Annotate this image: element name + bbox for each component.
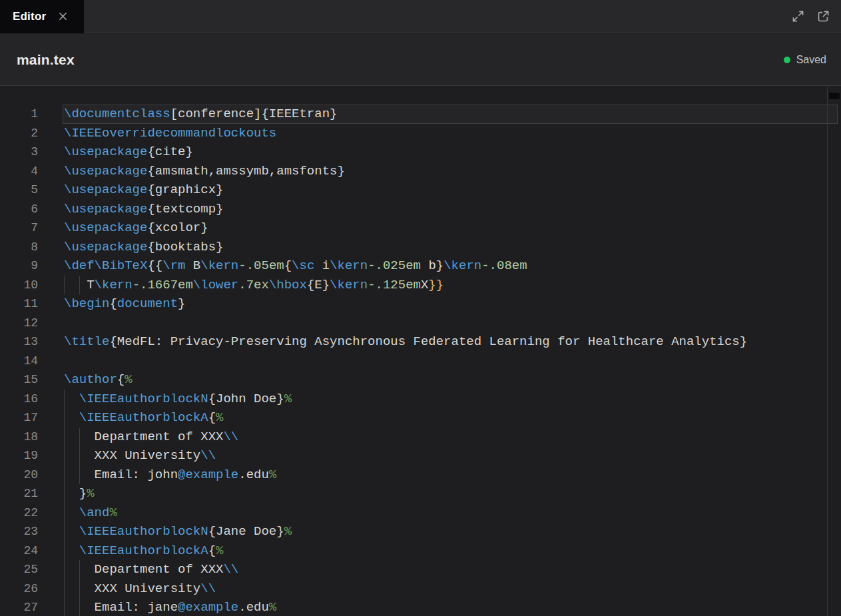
code-editor[interactable]: 1\documentclass[conference]{IEEEtran}2\I…: [0, 87, 841, 616]
code-token: \lower: [193, 278, 238, 292]
line-number: 17: [0, 408, 38, 428]
code-line[interactable]: 18 Department of XXX\\: [0, 428, 841, 447]
code-token: \author: [64, 372, 117, 387]
code-line[interactable]: 6\usepackage{textcomp}: [0, 200, 841, 219]
line-content: \title{MedFL: Privacy-Preserving Asynchr…: [64, 332, 747, 352]
indent-guide: [64, 408, 65, 428]
code-line[interactable]: 1\documentclass[conference]{IEEEtran}: [0, 105, 841, 124]
line-content: Department of XXX\\: [64, 428, 238, 447]
indent-guide: [64, 503, 65, 523]
code-token: {cite}: [147, 145, 192, 159]
line-number: 12: [0, 314, 38, 333]
code-token: {graphicx}: [147, 182, 223, 197]
code-token: \and: [79, 505, 110, 520]
code-line[interactable]: 7\usepackage{xcolor}: [0, 218, 841, 238]
code-token: {amsmath,amssymb,amsfonts}: [147, 164, 344, 178]
line-content: \author{%: [64, 370, 133, 390]
code-token: \kern: [330, 278, 368, 292]
code-token: B: [185, 258, 200, 273]
tab-editor[interactable]: Editor: [0, 0, 84, 33]
code-line[interactable]: 17 \IEEEauthorblockA{%: [0, 408, 841, 428]
code-token: .edu: [238, 467, 269, 482]
code-line[interactable]: 21 }%: [0, 484, 841, 503]
expand-icon[interactable]: [790, 9, 805, 24]
code-line[interactable]: 19 XXX University\\: [0, 446, 841, 465]
code-token: .7ex: [238, 278, 269, 292]
line-number: 16: [0, 390, 38, 409]
file-header: main.tex Saved: [0, 34, 841, 86]
code-token: \kern: [330, 258, 368, 273]
code-token: }: [64, 486, 87, 501]
code-line[interactable]: 20 Email: john@example.edu%: [0, 465, 841, 485]
code-line[interactable]: 16 \IEEEauthorblockN{John Doe}%: [0, 390, 841, 409]
code-token: [64, 543, 79, 558]
indent-guide: [79, 465, 80, 485]
code-token: \hbox: [269, 278, 307, 292]
code-token: {xcolor}: [147, 220, 208, 235]
code-token: -.125em: [368, 278, 421, 292]
open-external-icon[interactable]: [816, 9, 830, 24]
indent-guide: [64, 465, 65, 485]
code-token: %: [109, 505, 117, 520]
code-token: \documentclass: [64, 107, 170, 121]
code-token: \rm: [162, 258, 185, 273]
code-line[interactable]: 9\def\BibTeX{{\rm B\kern-.05em{\sc i\ker…: [0, 256, 841, 276]
code-token: {: [208, 410, 216, 425]
editor-window: { "window": { "tab": { "label": "Editor"…: [0, 0, 841, 616]
line-number: 10: [0, 276, 38, 295]
code-line[interactable]: 24 \IEEEauthorblockA{%: [0, 541, 841, 561]
line-number: 14: [0, 352, 38, 371]
code-token: %: [284, 524, 292, 539]
code-token: \IEEEauthorblockN: [79, 392, 208, 406]
code-line[interactable]: 26 XXX University\\: [0, 579, 841, 599]
line-content: \usepackage{booktabs}: [64, 238, 223, 257]
code-line[interactable]: 27 Email: jane@example.edu%: [0, 598, 841, 616]
line-number: 3: [0, 143, 38, 162]
indent-guide: [64, 428, 65, 447]
scrollbar-thumb[interactable]: [829, 93, 840, 99]
code-line[interactable]: 8\usepackage{booktabs}: [0, 238, 841, 257]
code-token: \usepackage: [64, 164, 147, 178]
code-line[interactable]: 11\begin{document}: [0, 294, 841, 314]
code-line[interactable]: 15\author{%: [0, 370, 841, 390]
code-line[interactable]: 4\usepackage{amsmath,amssymb,amsfonts}: [0, 162, 841, 181]
line-number: 20: [0, 465, 38, 485]
line-content: Email: jane@example.edu%: [64, 598, 276, 616]
scrollbar-track[interactable]: [827, 87, 841, 616]
code-token: {: [284, 258, 292, 273]
code-token: {John Doe}: [208, 392, 284, 406]
indent-guide: [79, 598, 80, 616]
code-line[interactable]: 10 T\kern-.1667em\lower.7ex\hbox{E}\kern…: [0, 276, 841, 295]
code-token: -.05em: [238, 258, 284, 273]
code-line[interactable]: 25 Department of XXX\\: [0, 560, 841, 579]
line-number: 4: [0, 162, 38, 181]
line-content: \usepackage{xcolor}: [64, 218, 208, 238]
saved-dot-icon: [784, 57, 790, 63]
code-token: @example: [178, 600, 238, 615]
code-lines: 1\documentclass[conference]{IEEEtran}2\I…: [0, 105, 841, 616]
line-content: XXX University\\: [64, 446, 216, 465]
code-token: }: [178, 296, 185, 311]
line-number: 7: [0, 218, 38, 238]
code-token: \IEEEauthorblockA: [79, 543, 208, 558]
code-token: \\: [200, 448, 216, 463]
code-token: {: [109, 296, 117, 311]
line-content: \usepackage{graphicx}: [64, 180, 223, 200]
code-line[interactable]: 22 \and%: [0, 503, 841, 523]
line-number: 24: [0, 541, 38, 561]
code-line[interactable]: 2\IEEEoverridecommandlockouts: [0, 124, 841, 143]
code-line[interactable]: 3\usepackage{cite}: [0, 143, 841, 162]
code-line[interactable]: 5\usepackage{graphicx}: [0, 180, 841, 200]
code-line[interactable]: 14: [0, 352, 841, 371]
code-line[interactable]: 13\title{MedFL: Privacy-Preserving Async…: [0, 332, 841, 352]
close-icon[interactable]: [55, 9, 70, 24]
line-content: \and%: [64, 503, 117, 523]
code-line[interactable]: 23 \IEEEauthorblockN{Jane Doe}%: [0, 522, 841, 541]
indent-guide: [64, 276, 65, 295]
indent-guide: [79, 579, 80, 599]
indent-guide: [79, 428, 80, 447]
code-line[interactable]: 12: [0, 314, 841, 333]
save-status: Saved: [784, 54, 826, 66]
line-number: 21: [0, 484, 38, 503]
code-token: %: [216, 410, 223, 425]
